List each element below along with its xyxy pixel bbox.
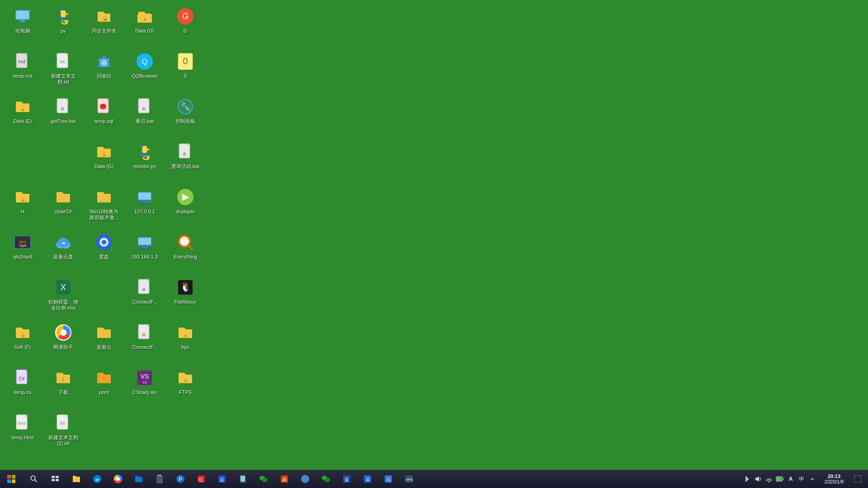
svg-text:♻: ♻ [101,59,107,66]
icon-filerecuva[interactable]: 🐧 FileRecuv [167,276,203,316]
icon-label-gettree-bat: getTree.bat [51,118,76,124]
icon-everything[interactable]: Everything [167,230,203,271]
icon-connectf1[interactable]: ⚙ ConnectF... [127,276,163,316]
taskbar-clock[interactable]: 20:13 2020/1/8 [818,470,850,488]
icon-sync-folder[interactable]: 🔒 同步文件夹 [86,5,122,45]
icon-data-e[interactable]: 🔒 Data (E) [5,95,41,136]
icon-label-my-computer: 此电脑 [15,28,30,34]
taskbar-app-taskview[interactable] [45,470,66,488]
tray-ime[interactable]: ✏ [807,470,817,488]
icon-gettree-bat[interactable]: ⚙ getTree.bat [45,95,81,136]
taskbar-app-edge[interactable] [87,470,108,488]
icon-win10[interactable]: Win10转换为政府版并激... [86,185,122,226]
icon-print[interactable]: print [86,366,122,407]
desktop: 此电脑 py 🔒 同步文件夹 🔒 Data (D) [0,0,868,470]
icon-soft-f[interactable]: 🔒 Soft (F) [5,321,41,361]
icon-control[interactable]: 🔧 控制面板 [167,95,203,136]
icon-temp-html[interactable]: html temp.html [5,411,41,452]
icon-temp-md[interactable]: md temp.md [5,50,41,90]
svg-rect-68 [140,249,149,249]
icon-dupan[interactable]: 度盘 [86,230,122,271]
taskbar-app-unknown5[interactable]: 云 [378,470,399,488]
taskbar-app-unknown3[interactable]: 蓝 [336,470,357,488]
svg-text:txt: txt [60,59,65,64]
tray-input-zh[interactable]: 中 [797,470,807,488]
icon-label-download: 下载 [58,389,68,395]
svg-text:⚙: ⚙ [142,333,146,337]
svg-point-117 [116,477,120,481]
icon-csharp-sln[interactable]: VS16 CSharp.sln [127,366,163,407]
start-button[interactable] [0,470,23,488]
icon-connectf2[interactable]: ⚙ ConnectF... [127,321,163,361]
icon-my-computer[interactable]: 此电脑 [5,5,41,45]
svg-text:⚙: ⚙ [142,107,146,111]
icon-lanlan-cloud[interactable]: ☁ 蓝奏云盘 [45,230,81,271]
icon-h-folder[interactable]: 🔒 H [5,185,41,226]
svg-text:↓: ↓ [62,375,65,382]
taskbar-app-wechat2[interactable] [316,470,336,488]
icon-label-python: py [61,28,66,34]
icon-temp-sql[interactable]: temp.sql [86,95,122,136]
taskbar-app-clipboard[interactable] [149,470,170,488]
icon-new-txt[interactable]: txt 新建文本文档.txt [45,50,81,90]
svg-rect-113 [52,479,55,481]
svg-text:🐧: 🐧 [180,282,191,292]
icon-192[interactable]: 192.168.1.3 [127,230,163,271]
taskbar-app-unknown1[interactable]: 易 [274,470,295,488]
taskbar-search-button[interactable] [23,470,45,488]
taskbar-app-wechat[interactable] [253,470,274,488]
icon-label-data-d: Data (D) [135,28,154,34]
taskbar-app-tablet[interactable] [232,470,253,488]
svg-rect-49 [138,192,151,200]
icon-clearc[interactable]: clearC# [45,185,81,226]
icon-chaxun-bat[interactable]: ⚙ 查询活动.bat [167,140,203,181]
icon-dnplayer[interactable]: ▶ dnplayer [167,185,203,226]
taskbar-app-unknown2[interactable] [295,470,316,488]
taskbar-app-unknown4[interactable]: 蓝 [357,470,378,488]
taskbar-app-vpn[interactable]: VPN [399,470,420,488]
icon-data-d[interactable]: 🔒 Data (D) [127,5,163,45]
svg-text:⚙: ⚙ [183,152,186,156]
icon-data-g[interactable]: 🔒 Data (G) [86,140,122,181]
icon-localhost[interactable]: 127.0.0.1 [127,185,163,226]
icon-chong-bat[interactable]: ⚙ 重启.bat [127,95,163,136]
icon-wangke[interactable]: 网课助手 [45,321,81,361]
taskbar-app-pcmanager[interactable]: P [170,470,191,488]
taskbar-app-red[interactable]: 红 [191,470,212,488]
svg-point-34 [100,106,106,109]
icon-monitor-py[interactable]: monitor.py [127,140,163,181]
tray-battery[interactable] [775,470,785,488]
icon-label-win10: Win10转换为政府版并激... [88,209,120,221]
icon-label-localhost: 127.0.0.1 [134,209,155,215]
icon-qqbrowser[interactable]: Q QQBrowser [127,50,163,90]
tray-input-en[interactable]: A [786,470,796,488]
taskbar-notification-button[interactable] [851,470,864,488]
taskbar-app-chrome[interactable] [108,470,128,488]
icon-label-data-e: Data (E) [14,118,32,124]
tray-arrow[interactable] [742,470,752,488]
tray-network[interactable] [764,470,774,488]
svg-text:X: X [61,283,66,292]
tray-speaker[interactable] [753,470,763,488]
icon-frpc[interactable]: 🔒 frpc [167,321,203,361]
icon-python[interactable]: py [45,5,81,45]
svg-point-130 [262,478,268,482]
icon-temp-cs[interactable]: C# temp.cs [5,366,41,407]
icon-lanlan2[interactable]: 蓝奏云 [86,321,122,361]
svg-text:VPN: VPN [406,478,413,482]
icon-ftps[interactable]: 🔒 FTPS [167,366,203,407]
svg-point-135 [325,478,330,482]
taskbar-app-explorer[interactable] [66,470,87,488]
svg-point-82 [60,329,66,336]
icon-note0[interactable]: 0 0 [167,50,203,90]
icon-recycle[interactable]: ♻ 回收站 [86,50,122,90]
taskbar-app-files[interactable] [128,470,149,488]
icon-download[interactable]: ↓ 下载 [45,366,81,407]
svg-text:html: html [18,421,25,426]
icon-qlv2mp4[interactable]: QLVmp4 qlv2mp4 [5,230,41,271]
icon-label-wangke: 网课助手 [53,344,73,350]
icon-github[interactable]: G G [167,5,203,45]
taskbar-app-blue1[interactable]: 蓝 [212,470,232,488]
icon-ruangou[interactable]: X 软购联盟、佣金比例.xlsx [45,276,81,316]
icon-new-txt2[interactable]: txt 新建文本文档(2).txt [45,411,81,452]
